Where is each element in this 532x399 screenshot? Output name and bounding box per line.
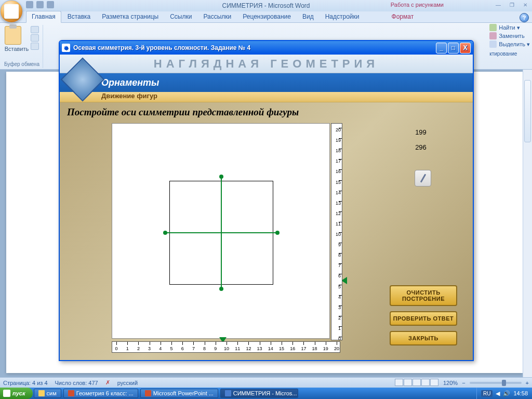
app-icon: ❋: [62, 44, 70, 52]
format-painter-icon[interactable]: [31, 43, 39, 50]
tab-home[interactable]: Главная: [26, 11, 61, 23]
ruler-vertical[interactable]: 01234567891011121314151617181920: [331, 123, 342, 340]
taskbar-item[interactable]: СИММЕТРИЯ - Micros...: [220, 389, 298, 398]
app-titlebar[interactable]: ❋ Осевая симметрия. 3-й уровень сложност…: [60, 41, 473, 55]
check-button[interactable]: ПРОВЕРИТЬ ОТВЕТ: [390, 311, 457, 326]
replace-button[interactable]: Заменить: [489, 32, 530, 39]
word-title: СИММЕТРИЯ - Microsoft Word: [2, 2, 530, 9]
zoom-level[interactable]: 120%: [443, 380, 458, 386]
quick-access-toolbar: [26, 1, 54, 8]
app-close-icon[interactable]: X: [460, 43, 471, 54]
paste-label[interactable]: Вставить: [5, 46, 29, 52]
select-icon: [489, 41, 497, 48]
start-button[interactable]: пуск: [0, 388, 33, 399]
system-tray: RU ◀ 🔊 14:58: [476, 388, 532, 399]
status-language[interactable]: русский: [117, 380, 138, 386]
paste-icon[interactable]: [5, 26, 21, 45]
status-bar: Страница: 4 из 4 Число слов: 477 ✗ русск…: [0, 377, 532, 388]
contextual-tab-label: Работа с рисунками: [391, 2, 444, 8]
app-subsection: Движение фигур: [60, 92, 473, 102]
app-maximize-icon[interactable]: □: [448, 43, 459, 54]
proofing-icon[interactable]: ✗: [105, 379, 110, 386]
language-indicator[interactable]: RU: [481, 390, 493, 397]
taskbar-item[interactable]: Microsoft PowerPoint ...: [140, 389, 218, 398]
tab-pagelayout[interactable]: Разметка страницы: [97, 11, 164, 22]
app-banner: НАГЛЯДНАЯ ГЕОМЕТРИЯ: [60, 55, 473, 73]
coord-x: 199: [405, 128, 436, 136]
editing-group: Найти ▾ Заменить Выделить ▾ ктирование: [489, 24, 530, 57]
view-buttons: [395, 379, 439, 387]
app-title: Осевая симметрия. 3-й уровень сложности.…: [73, 44, 250, 51]
clear-button[interactable]: ОЧИСТИТЬ ПОСТРОЕНИЕ: [390, 285, 457, 306]
coord-y: 296: [405, 143, 436, 151]
word-window-controls: — ❐ ✕: [491, 0, 532, 9]
view-outline-icon[interactable]: [421, 379, 430, 386]
tray-icon[interactable]: ◀: [496, 390, 500, 397]
close-icon[interactable]: ✕: [518, 0, 532, 9]
view-draft-icon[interactable]: [430, 379, 438, 386]
symmetry-axis-horizontal[interactable]: [165, 232, 277, 233]
office-button[interactable]: [0, 0, 23, 23]
tab-view[interactable]: Вид: [297, 11, 319, 22]
ppt-icon: [68, 390, 74, 396]
tab-format[interactable]: Формат: [387, 11, 419, 22]
clipboard-group: Вставить Буфер обмена: [1, 25, 43, 68]
app-body: Постройте оси симметрии представленной ф…: [60, 102, 473, 361]
zoom-in-icon[interactable]: +: [526, 380, 529, 386]
view-web-icon[interactable]: [413, 379, 421, 386]
clock[interactable]: 14:58: [513, 390, 528, 396]
ruler-horizontal[interactable]: 01234567891011121314151617181920: [112, 341, 340, 353]
tab-review[interactable]: Рецензирование: [237, 11, 296, 22]
maximize-icon[interactable]: ❐: [505, 0, 518, 9]
redo-icon[interactable]: [47, 1, 54, 8]
taskbar: пуск сим Геометрия 6 класс: ... Microsof…: [0, 388, 532, 399]
coordinate-readout: 199 296: [405, 128, 436, 158]
find-button[interactable]: Найти ▾: [489, 24, 530, 31]
minimize-icon[interactable]: —: [491, 0, 505, 9]
drawing-canvas[interactable]: [112, 123, 330, 339]
word-icon: [225, 390, 231, 396]
task-prompt: Постройте оси симметрии представленной ф…: [67, 107, 466, 118]
tab-mailings[interactable]: Рассылки: [198, 11, 236, 22]
app-section: Орнаменты: [101, 77, 159, 88]
action-buttons: ОЧИСТИТЬ ПОСТРОЕНИЕ ПРОВЕРИТЬ ОТВЕТ ЗАКР…: [390, 285, 457, 345]
view-print-icon[interactable]: [395, 379, 403, 386]
view-reading-icon[interactable]: [404, 379, 412, 386]
close-button[interactable]: ЗАКРЫТЬ: [390, 331, 457, 345]
app-minimize-icon[interactable]: _: [436, 43, 447, 54]
zoom-slider[interactable]: [470, 382, 522, 384]
select-button[interactable]: Выделить ▾: [489, 41, 530, 48]
word-titlebar: СИММЕТРИЯ - Microsoft Word: [0, 0, 532, 11]
tab-references[interactable]: Ссылки: [165, 11, 197, 22]
geometry-app-window: ❋ Осевая симметрия. 3-й уровень сложност…: [59, 40, 474, 361]
undo-icon[interactable]: [36, 1, 44, 8]
tab-insert[interactable]: Вставка: [62, 11, 96, 22]
clipboard-group-label: Буфер обмена: [4, 61, 39, 67]
ppt-icon: [145, 390, 151, 396]
ribbon-tabs: Главная Вставка Разметка страницы Ссылки…: [0, 11, 532, 23]
app-section-bar: Орнаменты: [60, 73, 473, 92]
folder-icon: [38, 390, 45, 396]
replace-icon: [489, 32, 497, 39]
pen-tool-button[interactable]: [415, 170, 431, 187]
taskbar-item[interactable]: сим: [34, 389, 61, 398]
find-icon: [489, 24, 497, 31]
canvas-container: 01234567891011121314151617181920 0123456…: [112, 123, 340, 352]
help-icon[interactable]: ?: [520, 13, 529, 22]
save-icon[interactable]: [26, 1, 33, 8]
status-words[interactable]: Число слов: 477: [55, 380, 98, 386]
scrollbar-thumb[interactable]: [524, 80, 531, 142]
status-page[interactable]: Страница: 4 из 4: [3, 380, 48, 386]
taskbar-item[interactable]: Геометрия 6 класс: ...: [63, 389, 138, 398]
tray-icon[interactable]: 🔊: [503, 390, 510, 397]
zoom-out-icon[interactable]: −: [462, 380, 465, 386]
vertical-scrollbar[interactable]: [523, 70, 532, 377]
tab-addins[interactable]: Надстройки: [320, 11, 365, 22]
copy-icon[interactable]: [31, 34, 39, 42]
cut-icon[interactable]: [31, 26, 39, 33]
editing-group-label: ктирование: [489, 51, 530, 57]
